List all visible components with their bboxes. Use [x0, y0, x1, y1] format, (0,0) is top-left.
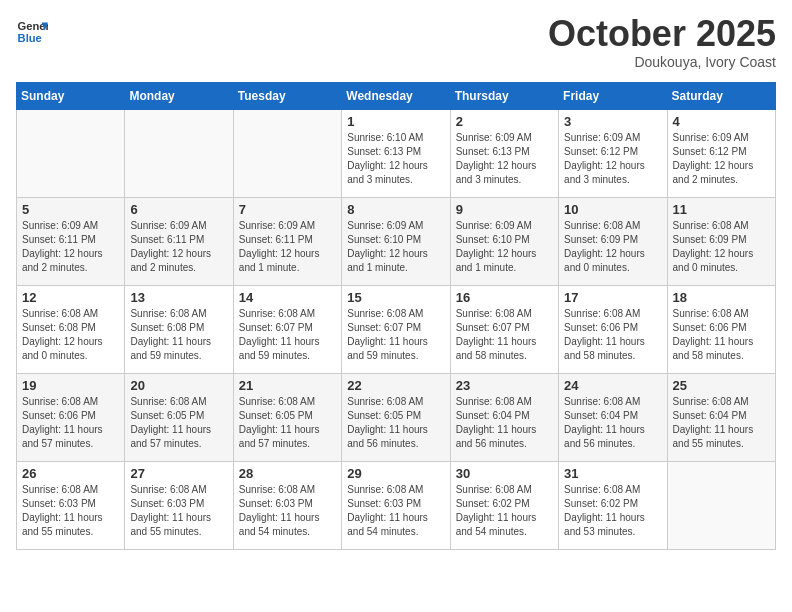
day-number: 18	[673, 290, 770, 305]
day-info: Sunrise: 6:08 AM Sunset: 6:06 PM Dayligh…	[22, 395, 119, 451]
day-info: Sunrise: 6:08 AM Sunset: 6:06 PM Dayligh…	[673, 307, 770, 363]
calendar-day-cell: 25Sunrise: 6:08 AM Sunset: 6:04 PM Dayli…	[667, 374, 775, 462]
calendar-day-cell: 5Sunrise: 6:09 AM Sunset: 6:11 PM Daylig…	[17, 198, 125, 286]
weekday-header-wednesday: Wednesday	[342, 83, 450, 110]
weekday-header-thursday: Thursday	[450, 83, 558, 110]
day-info: Sunrise: 6:09 AM Sunset: 6:12 PM Dayligh…	[564, 131, 661, 187]
weekday-header-friday: Friday	[559, 83, 667, 110]
calendar-day-cell: 12Sunrise: 6:08 AM Sunset: 6:08 PM Dayli…	[17, 286, 125, 374]
empty-day-cell	[17, 110, 125, 198]
svg-text:Blue: Blue	[18, 32, 42, 44]
calendar-day-cell: 15Sunrise: 6:08 AM Sunset: 6:07 PM Dayli…	[342, 286, 450, 374]
day-info: Sunrise: 6:09 AM Sunset: 6:10 PM Dayligh…	[347, 219, 444, 275]
calendar-day-cell: 27Sunrise: 6:08 AM Sunset: 6:03 PM Dayli…	[125, 462, 233, 550]
day-number: 26	[22, 466, 119, 481]
calendar-week-row: 12Sunrise: 6:08 AM Sunset: 6:08 PM Dayli…	[17, 286, 776, 374]
calendar-day-cell: 8Sunrise: 6:09 AM Sunset: 6:10 PM Daylig…	[342, 198, 450, 286]
calendar-day-cell: 18Sunrise: 6:08 AM Sunset: 6:06 PM Dayli…	[667, 286, 775, 374]
location-subtitle: Doukouya, Ivory Coast	[548, 54, 776, 70]
day-info: Sunrise: 6:08 AM Sunset: 6:04 PM Dayligh…	[456, 395, 553, 451]
calendar-week-row: 19Sunrise: 6:08 AM Sunset: 6:06 PM Dayli…	[17, 374, 776, 462]
empty-day-cell	[667, 462, 775, 550]
calendar-day-cell: 7Sunrise: 6:09 AM Sunset: 6:11 PM Daylig…	[233, 198, 341, 286]
day-info: Sunrise: 6:08 AM Sunset: 6:07 PM Dayligh…	[239, 307, 336, 363]
calendar-day-cell: 2Sunrise: 6:09 AM Sunset: 6:13 PM Daylig…	[450, 110, 558, 198]
calendar-day-cell: 14Sunrise: 6:08 AM Sunset: 6:07 PM Dayli…	[233, 286, 341, 374]
calendar-day-cell: 28Sunrise: 6:08 AM Sunset: 6:03 PM Dayli…	[233, 462, 341, 550]
day-info: Sunrise: 6:09 AM Sunset: 6:10 PM Dayligh…	[456, 219, 553, 275]
calendar-day-cell: 21Sunrise: 6:08 AM Sunset: 6:05 PM Dayli…	[233, 374, 341, 462]
day-info: Sunrise: 6:10 AM Sunset: 6:13 PM Dayligh…	[347, 131, 444, 187]
day-number: 2	[456, 114, 553, 129]
day-number: 11	[673, 202, 770, 217]
day-info: Sunrise: 6:08 AM Sunset: 6:07 PM Dayligh…	[347, 307, 444, 363]
calendar-day-cell: 10Sunrise: 6:08 AM Sunset: 6:09 PM Dayli…	[559, 198, 667, 286]
day-number: 25	[673, 378, 770, 393]
day-number: 12	[22, 290, 119, 305]
calendar-week-row: 26Sunrise: 6:08 AM Sunset: 6:03 PM Dayli…	[17, 462, 776, 550]
calendar-day-cell: 26Sunrise: 6:08 AM Sunset: 6:03 PM Dayli…	[17, 462, 125, 550]
day-number: 6	[130, 202, 227, 217]
weekday-header-saturday: Saturday	[667, 83, 775, 110]
day-number: 19	[22, 378, 119, 393]
day-number: 20	[130, 378, 227, 393]
calendar-day-cell: 31Sunrise: 6:08 AM Sunset: 6:02 PM Dayli…	[559, 462, 667, 550]
day-info: Sunrise: 6:09 AM Sunset: 6:11 PM Dayligh…	[239, 219, 336, 275]
calendar-day-cell: 11Sunrise: 6:08 AM Sunset: 6:09 PM Dayli…	[667, 198, 775, 286]
calendar-day-cell: 24Sunrise: 6:08 AM Sunset: 6:04 PM Dayli…	[559, 374, 667, 462]
day-info: Sunrise: 6:09 AM Sunset: 6:12 PM Dayligh…	[673, 131, 770, 187]
calendar-day-cell: 22Sunrise: 6:08 AM Sunset: 6:05 PM Dayli…	[342, 374, 450, 462]
calendar-day-cell: 1Sunrise: 6:10 AM Sunset: 6:13 PM Daylig…	[342, 110, 450, 198]
day-info: Sunrise: 6:08 AM Sunset: 6:02 PM Dayligh…	[456, 483, 553, 539]
calendar-day-cell: 19Sunrise: 6:08 AM Sunset: 6:06 PM Dayli…	[17, 374, 125, 462]
logo-icon: General Blue	[16, 16, 48, 48]
day-info: Sunrise: 6:09 AM Sunset: 6:13 PM Dayligh…	[456, 131, 553, 187]
day-number: 7	[239, 202, 336, 217]
day-number: 15	[347, 290, 444, 305]
weekday-header-tuesday: Tuesday	[233, 83, 341, 110]
day-number: 22	[347, 378, 444, 393]
day-info: Sunrise: 6:08 AM Sunset: 6:08 PM Dayligh…	[22, 307, 119, 363]
day-info: Sunrise: 6:08 AM Sunset: 6:06 PM Dayligh…	[564, 307, 661, 363]
calendar-day-cell: 4Sunrise: 6:09 AM Sunset: 6:12 PM Daylig…	[667, 110, 775, 198]
empty-day-cell	[233, 110, 341, 198]
day-number: 30	[456, 466, 553, 481]
day-info: Sunrise: 6:08 AM Sunset: 6:09 PM Dayligh…	[564, 219, 661, 275]
calendar-week-row: 1Sunrise: 6:10 AM Sunset: 6:13 PM Daylig…	[17, 110, 776, 198]
day-number: 14	[239, 290, 336, 305]
day-number: 3	[564, 114, 661, 129]
day-info: Sunrise: 6:08 AM Sunset: 6:03 PM Dayligh…	[347, 483, 444, 539]
day-info: Sunrise: 6:08 AM Sunset: 6:05 PM Dayligh…	[130, 395, 227, 451]
day-info: Sunrise: 6:08 AM Sunset: 6:05 PM Dayligh…	[347, 395, 444, 451]
day-number: 17	[564, 290, 661, 305]
calendar-day-cell: 30Sunrise: 6:08 AM Sunset: 6:02 PM Dayli…	[450, 462, 558, 550]
day-number: 24	[564, 378, 661, 393]
day-info: Sunrise: 6:08 AM Sunset: 6:02 PM Dayligh…	[564, 483, 661, 539]
day-number: 28	[239, 466, 336, 481]
day-info: Sunrise: 6:08 AM Sunset: 6:05 PM Dayligh…	[239, 395, 336, 451]
title-block: October 2025 Doukouya, Ivory Coast	[548, 16, 776, 70]
month-title: October 2025	[548, 16, 776, 52]
day-number: 1	[347, 114, 444, 129]
calendar-day-cell: 3Sunrise: 6:09 AM Sunset: 6:12 PM Daylig…	[559, 110, 667, 198]
day-number: 29	[347, 466, 444, 481]
weekday-header-monday: Monday	[125, 83, 233, 110]
day-info: Sunrise: 6:08 AM Sunset: 6:09 PM Dayligh…	[673, 219, 770, 275]
calendar-day-cell: 9Sunrise: 6:09 AM Sunset: 6:10 PM Daylig…	[450, 198, 558, 286]
weekday-header-sunday: Sunday	[17, 83, 125, 110]
calendar-day-cell: 6Sunrise: 6:09 AM Sunset: 6:11 PM Daylig…	[125, 198, 233, 286]
calendar-table: SundayMondayTuesdayWednesdayThursdayFrid…	[16, 82, 776, 550]
page-header: General Blue October 2025 Doukouya, Ivor…	[16, 16, 776, 70]
empty-day-cell	[125, 110, 233, 198]
day-number: 23	[456, 378, 553, 393]
calendar-day-cell: 20Sunrise: 6:08 AM Sunset: 6:05 PM Dayli…	[125, 374, 233, 462]
calendar-week-row: 5Sunrise: 6:09 AM Sunset: 6:11 PM Daylig…	[17, 198, 776, 286]
day-number: 21	[239, 378, 336, 393]
day-number: 4	[673, 114, 770, 129]
day-number: 10	[564, 202, 661, 217]
day-number: 5	[22, 202, 119, 217]
day-number: 31	[564, 466, 661, 481]
calendar-day-cell: 23Sunrise: 6:08 AM Sunset: 6:04 PM Dayli…	[450, 374, 558, 462]
day-info: Sunrise: 6:08 AM Sunset: 6:07 PM Dayligh…	[456, 307, 553, 363]
logo: General Blue	[16, 16, 48, 48]
